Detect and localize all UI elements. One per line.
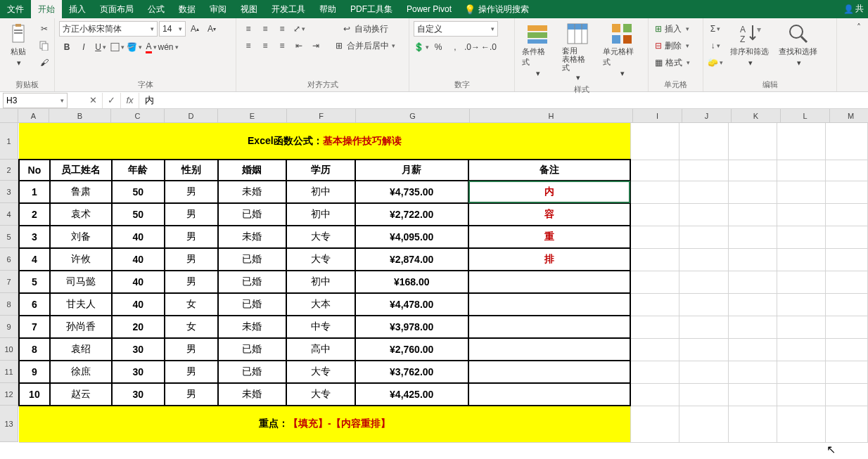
cell[interactable]: 40	[112, 271, 165, 293]
align-center-button[interactable]: ≡	[257, 38, 273, 53]
currency-button[interactable]: 💲▾	[414, 39, 429, 55]
row-header-6[interactable]: 6	[0, 248, 18, 271]
name-box[interactable]: ▾	[3, 93, 68, 108]
paste-button[interactable]: 粘贴 ▾	[4, 21, 32, 69]
cell[interactable]: 已婚	[218, 338, 286, 361]
collapse-ribbon-button[interactable]: ˄	[851, 20, 867, 35]
cell[interactable]: ¥3,978.00	[355, 316, 468, 338]
cell[interactable]	[630, 203, 679, 226]
menu-home[interactable]: 开始	[31, 0, 62, 18]
cell[interactable]	[679, 160, 728, 181]
cell[interactable]: 40	[112, 226, 165, 248]
cell[interactable]: 高中	[286, 338, 355, 361]
col-header-G[interactable]: G	[356, 109, 470, 123]
col-header-F[interactable]: F	[287, 109, 356, 123]
cell[interactable]: 30	[112, 383, 165, 406]
cell[interactable]: 6	[19, 293, 50, 316]
menu-insert[interactable]: 插入	[62, 0, 93, 18]
menu-file[interactable]: 文件	[0, 0, 31, 18]
cell[interactable]	[468, 361, 630, 383]
cell[interactable]	[679, 406, 728, 442]
cell[interactable]: 性别	[165, 160, 218, 181]
cell[interactable]: 1	[19, 181, 50, 203]
wrap-text-button[interactable]: ↩自动换行	[332, 21, 399, 37]
cell[interactable]	[679, 123, 728, 160]
cell[interactable]: 月薪	[355, 160, 468, 181]
cell[interactable]	[630, 383, 679, 406]
row-header-3[interactable]: 3	[0, 181, 18, 203]
cell[interactable]: ¥2,760.00	[355, 338, 468, 361]
col-header-H[interactable]: H	[470, 109, 633, 123]
cell[interactable]	[679, 271, 728, 293]
menu-formula[interactable]: 公式	[141, 0, 172, 18]
cell[interactable]	[777, 181, 825, 203]
cell[interactable]	[468, 316, 630, 338]
name-box-input[interactable]	[4, 96, 53, 105]
fill-button[interactable]: ↓▾	[708, 38, 723, 53]
cell[interactable]	[777, 316, 825, 338]
increase-decimal-button[interactable]: .0→	[464, 39, 480, 55]
cell[interactable]: ¥4,735.00	[355, 181, 468, 203]
cell[interactable]: 男	[165, 248, 218, 271]
cell[interactable]	[630, 406, 679, 442]
font-size-combo[interactable]: 14▾	[159, 21, 186, 37]
cell[interactable]	[728, 316, 777, 338]
cell[interactable]: 女	[165, 293, 218, 316]
cell[interactable]	[728, 160, 777, 181]
col-header-M[interactable]: M	[830, 109, 868, 123]
row-header-8[interactable]: 8	[0, 293, 18, 316]
cell[interactable]: 2	[19, 203, 50, 226]
cell[interactable]	[679, 316, 728, 338]
cell[interactable]	[728, 226, 777, 248]
increase-font-button[interactable]: A▴	[187, 21, 203, 37]
row-header-13[interactable]: 13	[0, 406, 18, 442]
cell[interactable]	[826, 383, 868, 406]
number-format-combo[interactable]: 自定义▾	[414, 21, 498, 37]
cell[interactable]: 容	[468, 203, 630, 226]
cell[interactable]	[826, 316, 868, 338]
cell[interactable]: 30	[112, 361, 165, 383]
bold-button[interactable]: B	[59, 39, 75, 55]
autosum-button[interactable]: Σ▾	[708, 21, 723, 37]
cell[interactable]: 已婚	[218, 203, 286, 226]
increase-indent-button[interactable]: ⇥	[308, 38, 324, 53]
border-button[interactable]: ▾	[110, 39, 125, 55]
cell[interactable]	[777, 248, 825, 271]
cell[interactable]	[826, 181, 868, 203]
cell[interactable]: 4	[19, 248, 50, 271]
cell[interactable]: 20	[112, 316, 165, 338]
cell[interactable]: 初中	[286, 271, 355, 293]
cell[interactable]	[728, 338, 777, 361]
cell[interactable]: 40	[112, 293, 165, 316]
cell[interactable]: 男	[165, 203, 218, 226]
tell-me-search[interactable]: 💡 操作说明搜索	[464, 4, 529, 15]
cell[interactable]	[826, 361, 868, 383]
cell[interactable]	[826, 293, 868, 316]
enter-formula-button[interactable]: ✓	[103, 93, 121, 108]
cell[interactable]: 许攸	[50, 248, 112, 271]
cell[interactable]	[777, 271, 825, 293]
cell[interactable]	[826, 271, 868, 293]
col-header-A[interactable]: A	[18, 109, 49, 123]
row-header-1[interactable]: 1	[0, 123, 18, 160]
cell[interactable]: 鲁肃	[50, 181, 112, 203]
cell[interactable]	[728, 361, 777, 383]
cell[interactable]: 刘备	[50, 226, 112, 248]
menu-pdf[interactable]: PDF工具集	[343, 0, 400, 18]
row-header-4[interactable]: 4	[0, 203, 18, 226]
cell[interactable]	[826, 203, 868, 226]
cell[interactable]: 未婚	[218, 181, 286, 203]
cell[interactable]: 司马懿	[50, 271, 112, 293]
cell[interactable]: 已婚	[218, 293, 286, 316]
cell[interactable]	[630, 338, 679, 361]
cell[interactable]	[468, 383, 630, 406]
cell[interactable]	[630, 293, 679, 316]
table-format-button[interactable]: 套用 表格格式▾	[559, 21, 595, 84]
cell[interactable]	[777, 406, 825, 442]
cell[interactable]: 初中	[286, 181, 355, 203]
cell[interactable]	[630, 226, 679, 248]
cell[interactable]: 5	[19, 271, 50, 293]
col-header-J[interactable]: J	[682, 109, 732, 123]
cell[interactable]: 50	[112, 203, 165, 226]
cell[interactable]: 重	[468, 226, 630, 248]
